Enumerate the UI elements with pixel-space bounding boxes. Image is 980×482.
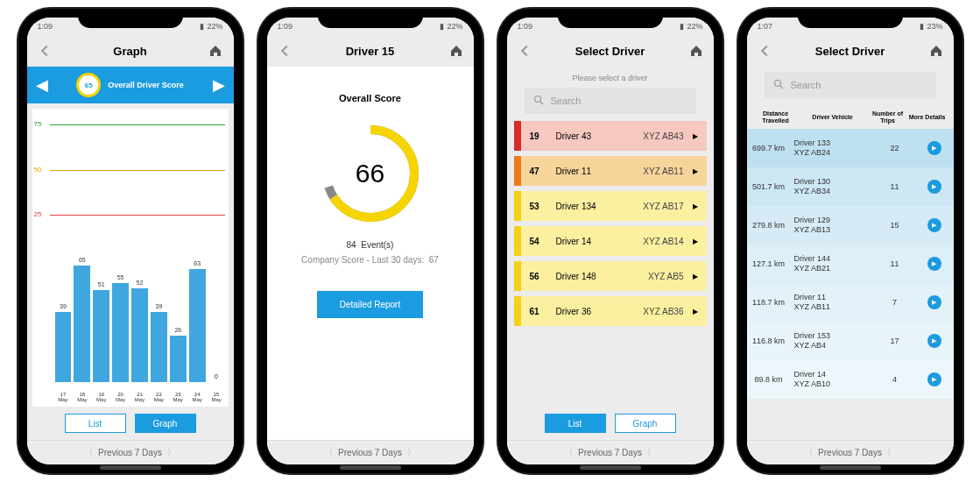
home-indicator	[340, 465, 401, 470]
bar: 39	[151, 312, 167, 382]
svg-line-5	[780, 86, 783, 89]
score-value: 65	[85, 82, 93, 89]
bar: 63	[189, 269, 206, 382]
score-stripe	[514, 261, 521, 291]
footer[interactable]: 〈 Previous 7 Days 〉	[267, 440, 474, 464]
driver-row[interactable]: 56Driver 148XYZ AB5▶	[514, 261, 707, 291]
footer-label: Previous 7 Days	[818, 448, 882, 457]
footer-label: Previous 7 Days	[338, 448, 402, 457]
back-button[interactable]	[36, 42, 53, 60]
driver-row-body: 47Driver 11XYZ AB11▶	[521, 156, 707, 186]
battery-text: 23%	[927, 22, 942, 31]
back-button[interactable]	[756, 42, 773, 60]
status-right: ▮23%	[920, 22, 942, 31]
screen: 1:09 ▮22% Select Driver Please select a …	[507, 18, 714, 464]
next-arrow[interactable]: ▶	[213, 75, 225, 95]
navbar: Driver 15	[267, 35, 474, 67]
bar-wrap: 39	[55, 312, 72, 382]
table-row: 118.7 kmDriver 11XYZ AB117▶	[747, 283, 954, 322]
score-number: 66	[318, 121, 423, 226]
driver-row[interactable]: 53Driver 134XYZ AB17▶	[514, 191, 707, 221]
detailed-report-button[interactable]: Detailed Report	[317, 291, 423, 318]
cell-trips: 4	[875, 375, 915, 384]
col-distance: Distance Travelled	[754, 110, 798, 124]
driver-row[interactable]: 61Driver 36XYZ AB36▶	[514, 296, 707, 326]
cell-driver: Driver 144XYZ AB21	[791, 254, 875, 274]
footer[interactable]: 〈 Previous 7 Days 〉	[27, 440, 234, 464]
view-toggles: List Graph	[27, 407, 234, 440]
table-row: 699.7 kmDriver 133XYZ AB2422▶	[747, 129, 954, 167]
home-icon[interactable]	[448, 42, 465, 60]
table-body: 699.7 kmDriver 133XYZ AB2422▶501.7 kmDri…	[747, 129, 954, 440]
status-time: 1:09	[38, 22, 53, 31]
cell-driver: Driver 133XYZ AB24	[791, 138, 875, 159]
prev-arrow[interactable]: ◀	[36, 75, 48, 95]
play-icon[interactable]: ▶	[927, 218, 941, 232]
select-prompt: Please select a driver	[507, 67, 714, 88]
phone-score: 1:09 ▮22% Driver 15 Overall Score 66 84 …	[258, 9, 483, 473]
bar: 55	[112, 283, 129, 382]
driver-score: 53	[530, 202, 547, 211]
driver-row[interactable]: 47Driver 11XYZ AB11▶	[514, 156, 707, 186]
x-label: 20May	[112, 392, 129, 403]
back-button[interactable]	[516, 42, 533, 60]
home-icon[interactable]	[927, 42, 945, 60]
cell-distance: 118.7 km	[747, 298, 791, 307]
bars-container: 39655155523926630	[55, 116, 225, 382]
play-icon[interactable]: ▶	[927, 295, 941, 309]
vehicle-id: XYZ AB5	[648, 272, 684, 281]
footer-label: Previous 7 Days	[578, 448, 642, 457]
chevron-right-icon: ▶	[693, 132, 698, 140]
view-toggles: List Graph	[507, 407, 714, 440]
footer[interactable]: 〈 Previous 7 Days 〉	[507, 440, 714, 464]
chevron-right-icon: 〉	[887, 447, 895, 458]
vehicle-id: XYZ AB14	[643, 237, 683, 246]
list-toggle[interactable]: List	[545, 414, 606, 433]
back-button[interactable]	[276, 42, 293, 60]
cell-more: ▶	[915, 180, 954, 194]
search-input[interactable]: Search	[765, 72, 936, 98]
search-icon	[533, 95, 544, 107]
play-icon[interactable]: ▶	[927, 141, 941, 155]
chevron-left-icon: 〈	[805, 447, 813, 458]
screen: 1:09 ▮ 22% Graph ◀ 65 Overall Driver Sco…	[27, 18, 234, 464]
cell-more: ▶	[915, 295, 954, 309]
graph-toggle[interactable]: Graph	[135, 414, 196, 433]
x-label: 19May	[93, 392, 109, 403]
driver-row[interactable]: 54Driver 14XYZ AB14▶	[514, 226, 707, 256]
bar-wrap: 52	[131, 288, 148, 382]
phone-graph: 1:09 ▮ 22% Graph ◀ 65 Overall Driver Sco…	[18, 9, 243, 473]
col-driver: Driver Vehicle	[798, 110, 868, 124]
driver-name: Driver 43	[556, 131, 635, 141]
cell-more: ▶	[915, 218, 954, 232]
svg-line-3	[540, 102, 543, 104]
chevron-right-icon: ▶	[693, 167, 698, 175]
status-time: 1:09	[278, 22, 293, 31]
list-toggle[interactable]: List	[65, 414, 126, 433]
x-label: 18May	[74, 392, 90, 403]
chevron-right-icon: ▶	[693, 273, 698, 280]
cell-distance: 127.1 km	[747, 259, 791, 268]
cell-driver: Driver 11XYZ AB11	[791, 293, 875, 313]
play-icon[interactable]: ▶	[927, 257, 941, 271]
search-placeholder: Search	[791, 80, 821, 90]
home-icon[interactable]	[687, 42, 705, 60]
driver-name: Driver 148	[556, 272, 639, 281]
content: Search Distance Travelled Driver Vehicle…	[747, 67, 954, 440]
driver-row[interactable]: 19Driver 43XYZ AB43▶	[514, 121, 707, 151]
svg-point-2	[534, 96, 540, 103]
x-label: 22May	[151, 392, 167, 403]
play-icon[interactable]: ▶	[927, 372, 941, 386]
table-row: 501.7 kmDriver 130XYZ AB3411▶	[747, 167, 954, 206]
score-stripe	[514, 121, 521, 151]
home-icon[interactable]	[207, 42, 224, 60]
search-input[interactable]: Search	[525, 88, 696, 114]
cell-trips: 17	[875, 337, 915, 345]
play-icon[interactable]: ▶	[927, 180, 941, 194]
play-icon[interactable]: ▶	[927, 334, 941, 348]
footer[interactable]: 〈 Previous 7 Days 〉	[747, 440, 954, 464]
x-label: 24May	[189, 392, 206, 403]
graph-toggle[interactable]: Graph	[615, 414, 676, 433]
phone-driver-list: 1:09 ▮22% Select Driver Please select a …	[498, 9, 723, 473]
cell-distance: 116.8 km	[747, 337, 791, 345]
